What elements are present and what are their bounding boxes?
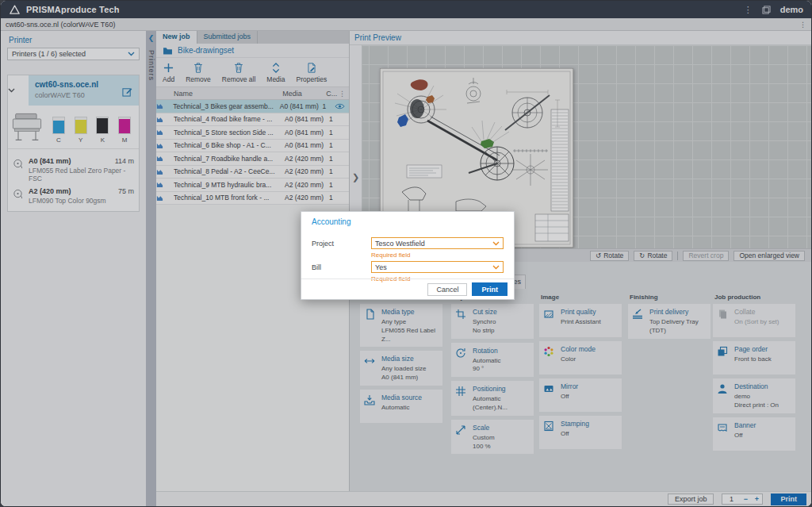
- app-window: PRISMAproduce Tech ⋮ demo cwt60-sns.oce.…: [0, 0, 812, 507]
- chevron-down-icon: [492, 241, 500, 246]
- project-label: Project: [312, 237, 371, 249]
- project-required-hint: Required field: [371, 252, 410, 259]
- cancel-button[interactable]: Cancel: [427, 283, 467, 296]
- bill-select[interactable]: Yes: [371, 261, 504, 273]
- accounting-dialog: Accounting Project Tesco Westfield Requi…: [301, 211, 515, 300]
- dialog-print-button[interactable]: Print: [472, 282, 508, 296]
- project-select[interactable]: Tesco Westfield: [371, 237, 504, 249]
- bill-value: Yes: [375, 263, 387, 271]
- chevron-down-icon: [492, 265, 500, 270]
- project-value: Tesco Westfield: [375, 240, 425, 248]
- dialog-title: Accounting: [301, 212, 514, 226]
- dialog-footer: Cancel Print: [301, 278, 514, 299]
- bill-label: Bill: [312, 261, 371, 273]
